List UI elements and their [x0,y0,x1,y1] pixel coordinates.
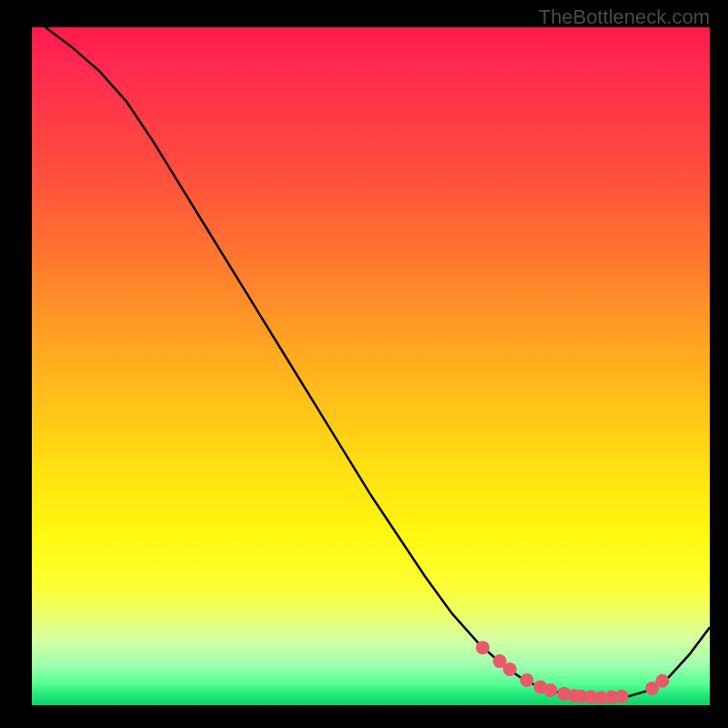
plot-area [32,27,710,705]
data-marker [520,673,533,687]
bottleneck-curve [46,27,710,698]
watermark-text: TheBottleneck.com [539,5,710,29]
chart-container: TheBottleneck.com [0,0,728,728]
curve-line [46,27,710,698]
chart-svg [32,27,710,705]
data-markers [476,641,669,704]
data-marker [615,690,629,703]
data-marker [476,641,490,654]
data-marker [503,662,517,676]
data-marker [543,683,557,697]
data-marker [655,674,669,688]
